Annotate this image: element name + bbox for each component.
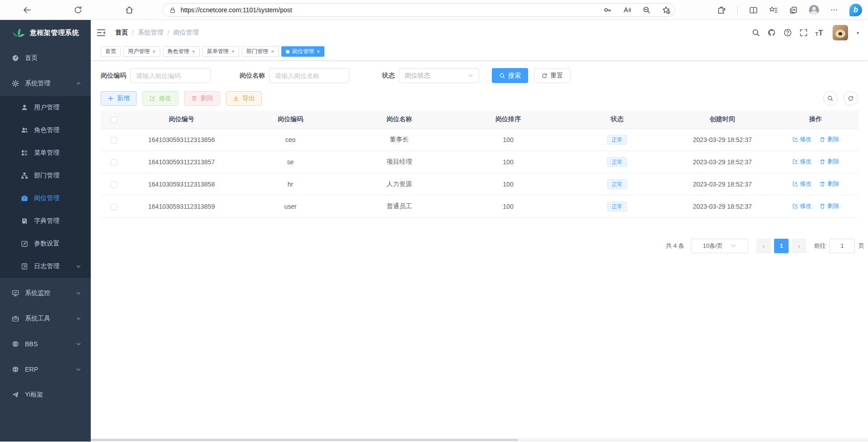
status-select[interactable]: 岗位状态: [399, 68, 479, 83]
sidebar-item-dictionary-management[interactable]: 字典管理: [0, 210, 91, 232]
close-icon[interactable]: ×: [271, 49, 274, 55]
row-edit-link[interactable]: 修改: [792, 202, 812, 210]
sidebar-item-system-monitor[interactable]: 系统监控: [0, 280, 91, 306]
col-post-sort: 岗位排序: [454, 110, 563, 128]
collapse-sidebar-icon[interactable]: [96, 28, 106, 38]
goto-page-input[interactable]: [829, 239, 855, 253]
status-label: 状态: [382, 72, 395, 80]
user-avatar[interactable]: [833, 25, 848, 40]
sidebar-item-parameter-settings[interactable]: 参数设置: [0, 232, 91, 255]
search-icon[interactable]: [752, 29, 760, 37]
refresh-icon: [848, 95, 854, 102]
sidebar-item-log-management[interactable]: 日志管理: [0, 255, 91, 278]
zoom-out-icon[interactable]: [642, 6, 651, 14]
export-button[interactable]: 导出: [226, 91, 262, 106]
row-delete-link[interactable]: 删除: [819, 202, 839, 210]
row-checkbox[interactable]: [111, 137, 117, 143]
menu-list-icon: [21, 149, 28, 157]
post-name-input[interactable]: [269, 68, 349, 83]
row-edit-link[interactable]: 修改: [792, 135, 812, 143]
page-1-button[interactable]: 1: [774, 239, 789, 253]
split-screen-icon[interactable]: [749, 6, 758, 15]
row-checkbox[interactable]: [111, 182, 117, 188]
add-favorite-icon[interactable]: [662, 6, 670, 14]
breadcrumb-separator: /: [167, 29, 169, 36]
row-delete-link[interactable]: 删除: [819, 180, 839, 188]
post-code-input[interactable]: [130, 68, 211, 83]
sidebar-item-user-management[interactable]: 用户管理: [0, 96, 91, 119]
row-delete-link[interactable]: 删除: [819, 135, 839, 143]
browser-menu-icon[interactable]: ⋯: [830, 0, 838, 20]
browser-address-bar[interactable]: https://ccnetcore.com:1101/system/post: [162, 3, 675, 17]
close-icon[interactable]: ×: [231, 49, 235, 55]
row-delete-link[interactable]: 删除: [819, 157, 839, 166]
col-actions: 操作: [773, 110, 858, 128]
breadcrumb-post: 岗位管理: [173, 29, 199, 37]
sidebar-item-menu-management[interactable]: 菜单管理: [0, 142, 91, 164]
app-title: 意框架管理系统: [30, 29, 79, 37]
edit-button[interactable]: 修改: [142, 91, 178, 106]
sidebar-item-system-management[interactable]: 系统管理: [0, 71, 91, 96]
browser-profile-avatar[interactable]: [809, 5, 819, 15]
sidebar-item-home[interactable]: 首页: [0, 45, 91, 71]
breadcrumb-home[interactable]: 首页: [115, 29, 128, 37]
show-search-button[interactable]: [823, 91, 838, 106]
reset-button[interactable]: 重置: [534, 68, 570, 83]
next-page-button[interactable]: ›: [792, 239, 806, 253]
table-row: 1641030593112313856 ceo 董事长 100 正常 2023-…: [101, 128, 858, 151]
sidebar-item-post-management[interactable]: 岗位管理: [0, 187, 91, 210]
horizontal-scrollbar[interactable]: [91, 438, 868, 442]
chevron-down-icon: [76, 291, 81, 295]
main-area: 首页 / 系统管理 / 岗位管理 TT ▾ 首页 用户管理× 角色管理× 菜单管…: [91, 20, 868, 442]
sidebar-item-system-tools[interactable]: 系统工具: [0, 306, 91, 331]
table-tools: [823, 91, 858, 106]
close-icon[interactable]: ×: [152, 49, 156, 55]
row-edit-link[interactable]: 修改: [792, 157, 812, 166]
password-key-icon[interactable]: [603, 6, 612, 14]
extensions-icon[interactable]: [717, 6, 726, 15]
bing-copilot-icon[interactable]: b: [849, 4, 862, 16]
pagination: 共 4 条 10条/页 ‹ 1 › 前往 页: [101, 239, 864, 253]
prev-page-button[interactable]: ‹: [756, 239, 771, 253]
chevron-down-icon: [76, 264, 81, 269]
edit-icon: [792, 203, 798, 209]
browser-refresh-icon[interactable]: [74, 5, 83, 15]
row-checkbox[interactable]: [111, 204, 117, 210]
url-text[interactable]: https://ccnetcore.com:1101/system/post: [181, 6, 592, 14]
close-icon[interactable]: ×: [192, 49, 195, 55]
tab-post-management[interactable]: 岗位管理×: [281, 46, 324, 57]
collections-icon[interactable]: [789, 6, 798, 15]
browser-home-icon[interactable]: [125, 5, 134, 15]
close-icon[interactable]: ×: [317, 49, 320, 55]
scrollbar-thumb[interactable]: [91, 439, 518, 441]
github-icon[interactable]: [768, 29, 776, 37]
sidebar-item-yi-framework[interactable]: Yi框架: [0, 382, 91, 408]
avatar-caret-down-icon[interactable]: ▾: [857, 30, 859, 35]
help-icon[interactable]: [784, 29, 792, 37]
browser-back-icon[interactable]: [23, 5, 32, 15]
favorites-bar-icon[interactable]: [769, 6, 778, 15]
search-button[interactable]: 搜索: [492, 68, 528, 83]
sidebar-item-bbs[interactable]: BBS: [0, 331, 91, 357]
fullscreen-icon[interactable]: [799, 29, 808, 37]
select-all-checkbox[interactable]: [111, 117, 117, 123]
row-edit-link[interactable]: 修改: [792, 180, 812, 188]
tab-home[interactable]: 首页: [101, 46, 121, 57]
sidebar-item-role-management[interactable]: 角色管理: [0, 119, 91, 142]
row-checkbox[interactable]: [111, 159, 117, 166]
refresh-table-button[interactable]: [843, 91, 858, 106]
tab-department-management[interactable]: 部门管理×: [242, 46, 279, 57]
browser-toolbar: https://ccnetcore.com:1101/system/post ⋯…: [0, 0, 868, 20]
read-aloud-icon[interactable]: [623, 6, 631, 14]
sidebar-item-erp[interactable]: ERP: [0, 357, 91, 382]
page-size-select[interactable]: 10条/页: [691, 239, 748, 253]
font-size-icon[interactable]: TT: [815, 29, 823, 37]
tab-menu-management[interactable]: 菜单管理×: [202, 46, 239, 57]
plus-icon: [108, 95, 114, 102]
tab-user-management[interactable]: 用户管理×: [123, 46, 160, 57]
sidebar-item-department-management[interactable]: 部门管理: [0, 164, 91, 187]
add-button[interactable]: 新增: [101, 91, 137, 106]
delete-button[interactable]: 删除: [184, 91, 220, 106]
edit-icon: [792, 137, 798, 142]
tab-role-management[interactable]: 角色管理×: [163, 46, 200, 57]
